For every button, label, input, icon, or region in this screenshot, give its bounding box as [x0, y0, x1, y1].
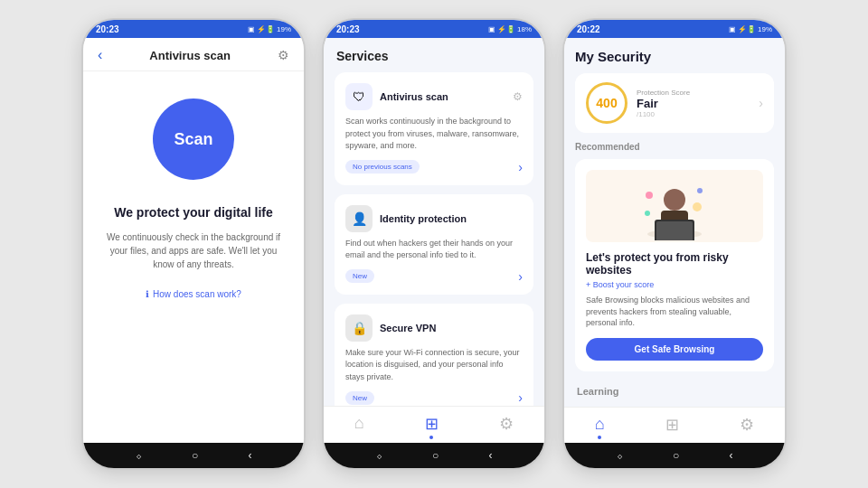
identity-title-row: 👤 Identity protection [345, 205, 467, 232]
scan-button-circle[interactable]: Scan [153, 99, 234, 180]
vpn-arrow-icon[interactable]: › [518, 390, 523, 405]
identity-service-desc: Find out when hackers get their hands on… [345, 238, 523, 262]
identity-service-title: Identity protection [380, 213, 467, 224]
antivirus-card-footer: No previous scans › [345, 160, 523, 174]
nav-active-dot-3 [598, 436, 601, 439]
home-icon-2[interactable]: ○ [432, 449, 439, 462]
android-nav-bar-1: ⬦ ○ ‹ [83, 443, 304, 468]
rec-card-title: Let's protect you from risky websites [586, 251, 763, 277]
identity-service-icon: 👤 [345, 205, 373, 232]
nav-apps-3[interactable]: ⊞ [665, 415, 679, 439]
back-nav-icon-3[interactable]: ‹ [729, 449, 732, 462]
vpn-new-badge[interactable]: New [345, 391, 374, 405]
phone3-bottom-nav: ⌂ ⊞ ⚙ [564, 407, 785, 443]
status-bar-3: 20:22 ▣ ⚡🔋 19% [564, 20, 785, 38]
protection-score-card[interactable]: 400 Protection Score Fair /1100 › [575, 73, 774, 133]
status-icons-1: ▣ ⚡🔋 19% [248, 25, 291, 33]
recommended-section-title: Recommended [575, 142, 774, 152]
rec-card-boost: + Boost your score [586, 280, 763, 289]
vpn-service-desc: Make sure your Wi-Fi connection is secur… [345, 347, 523, 384]
back-nav-icon[interactable]: ‹ [248, 449, 251, 462]
phone2-bottom-nav: ⌂ ⊞ ⚙ [324, 406, 544, 443]
status-icons-3: ▣ ⚡🔋 19% [729, 25, 772, 33]
phone-1: 20:23 ▣ ⚡🔋 19% ‹ Antivirus scan ⚙ Scan W… [81, 18, 306, 470]
antivirus-settings-icon[interactable]: ⚙ [513, 90, 523, 103]
svg-point-8 [645, 211, 650, 216]
phone3-content: My Security 400 Protection Score Fair /1… [564, 38, 785, 407]
services-page-title: Services [335, 49, 533, 63]
score-left-section: 400 Protection Score Fair /1100 [586, 82, 690, 124]
score-circle: 400 [586, 82, 627, 124]
phone-2: 20:23 ▣ ⚡🔋 18% Services 🛡 Antivirus scan… [322, 18, 546, 470]
rec-illustration [586, 170, 763, 242]
vpn-card-header: 🔒 Secure VPN [345, 314, 523, 342]
recent-apps-icon-2[interactable]: ⬦ [376, 449, 382, 462]
svg-point-6 [697, 188, 703, 193]
scan-label: Scan [174, 130, 212, 149]
time-3: 20:22 [577, 24, 600, 34]
recent-apps-icon[interactable]: ⬦ [136, 449, 142, 462]
vpn-service-title: Secure VPN [380, 323, 436, 333]
get-safe-browsing-button[interactable]: Get Safe Browsing [586, 338, 763, 361]
rec-card-desc: Safe Browsing blocks malicious websites … [586, 295, 763, 329]
score-arrow-icon[interactable]: › [759, 96, 763, 110]
recent-apps-icon-3[interactable]: ⬦ [617, 449, 623, 462]
phone-3: 20:22 ▣ ⚡🔋 19% My Security 400 Protectio… [562, 18, 787, 470]
identity-arrow-icon[interactable]: › [518, 269, 523, 284]
back-arrow-icon[interactable]: ‹ [98, 47, 102, 63]
identity-service-card: 👤 Identity protection Find out when hack… [335, 194, 533, 295]
identity-card-footer: New › [345, 269, 523, 284]
phone2-content: Services 🛡 Antivirus scan ⚙ Scan works c… [324, 38, 544, 406]
antivirus-service-card: 🛡 Antivirus scan ⚙ Scan works continuous… [335, 72, 533, 185]
score-total: /1100 [637, 110, 690, 118]
vpn-service-icon: 🔒 [345, 314, 373, 342]
identity-card-header: 👤 Identity protection [345, 205, 523, 232]
time-2: 20:23 [336, 24, 360, 34]
status-bar-1: 20:23 ▣ ⚡🔋 19% [83, 20, 304, 38]
how-scan-works-link[interactable]: ℹ How does scan work? [146, 289, 241, 299]
safe-browsing-rec-card: Let's protect you from risky websites + … [575, 159, 774, 371]
home-icon-3[interactable]: ○ [673, 449, 679, 462]
svg-point-2 [664, 189, 685, 211]
nav-home-2[interactable]: ⌂ [354, 414, 364, 439]
score-value: 400 [596, 96, 617, 110]
nav-settings-3[interactable]: ⚙ [740, 415, 754, 439]
svg-rect-4 [656, 221, 693, 240]
nav-active-dot-2 [429, 436, 433, 439]
nav-home-3[interactable]: ⌂ [595, 415, 605, 439]
learning-section-title: Learning [575, 380, 774, 397]
antivirus-scan-title: Antivirus scan [149, 49, 231, 62]
nav-apps-2[interactable]: ⊞ [425, 414, 439, 439]
svg-point-7 [693, 202, 702, 211]
illustration-svg [629, 173, 720, 240]
antivirus-service-title: Antivirus scan [380, 91, 448, 102]
antivirus-service-desc: Scan works continuously in the backgroun… [345, 116, 523, 153]
antivirus-title-row: 🛡 Antivirus scan [345, 83, 448, 110]
home-icon[interactable]: ○ [192, 449, 198, 462]
svg-point-5 [646, 192, 653, 199]
vpn-service-card: 🔒 Secure VPN Make sure your Wi-Fi connec… [335, 304, 533, 407]
nav-settings-2[interactable]: ⚙ [499, 414, 514, 439]
phone1-headline: We protect your digital life [114, 205, 273, 220]
no-prev-scans-badge[interactable]: No previous scans [345, 160, 420, 174]
score-title: Protection Score [637, 89, 690, 97]
identity-new-badge[interactable]: New [345, 269, 374, 283]
phone1-content: Scan We protect your digital life We con… [83, 71, 304, 443]
score-label-section: Protection Score Fair /1100 [637, 89, 690, 118]
antivirus-arrow-icon[interactable]: › [518, 160, 523, 174]
android-nav-bar-2: ⬦ ○ ‹ [324, 443, 544, 468]
vpn-title-row: 🔒 Secure VPN [345, 314, 436, 342]
phones-container: 20:23 ▣ ⚡🔋 19% ‹ Antivirus scan ⚙ Scan W… [67, 4, 801, 484]
vpn-card-footer: New › [345, 390, 523, 405]
info-icon: ℹ [146, 289, 149, 299]
status-icons-2: ▣ ⚡🔋 18% [488, 25, 532, 33]
antivirus-service-icon: 🛡 [345, 83, 373, 110]
android-nav-bar-3: ⬦ ○ ‹ [564, 443, 785, 468]
phone1-description: We continuously check in the background … [101, 230, 286, 271]
status-bar-2: 20:23 ▣ ⚡🔋 18% [324, 20, 544, 38]
time-1: 20:23 [96, 24, 119, 34]
antivirus-card-header: 🛡 Antivirus scan ⚙ [345, 83, 523, 110]
score-rating: Fair [637, 97, 690, 110]
settings-gear-icon[interactable]: ⚙ [278, 48, 289, 62]
back-nav-icon-2[interactable]: ‹ [488, 449, 492, 462]
